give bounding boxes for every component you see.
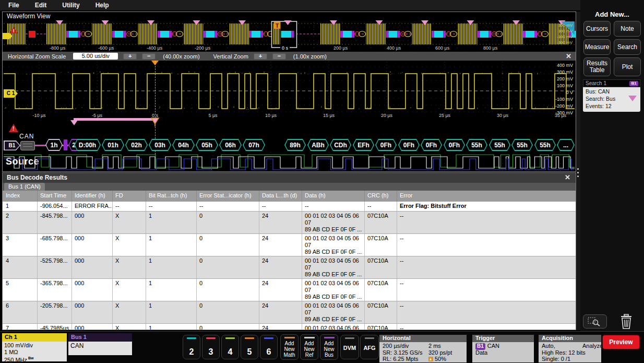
- column-header[interactable]: Data (h): [305, 192, 366, 198]
- search1-title: Search 1: [586, 80, 606, 86]
- horizontal-value2: 2 ms: [428, 343, 441, 349]
- column-header[interactable]: Data L...th (d): [262, 192, 304, 198]
- results-close-icon[interactable]: ✕: [565, 173, 570, 181]
- channel1-badge[interactable]: Ch 1 100 mV/div1 MΩ250 MHz Bw: [2, 333, 67, 361]
- column-separator: [397, 301, 397, 324]
- zoomed-waveform[interactable]: [3, 61, 576, 118]
- search1-card-body[interactable]: Bus: CANSearch: BusEvents: 12: [583, 87, 640, 112]
- table-cell: 5: [6, 280, 39, 301]
- trash-icon[interactable]: [619, 313, 634, 330]
- results-title-bar[interactable]: Bus Decode Results ✕: [3, 173, 576, 183]
- afg-button[interactable]: AFG: [360, 335, 379, 359]
- channel-3-button[interactable]: 3: [202, 335, 220, 359]
- bus-decode-results-panel: Bus Decode Results ✕ Bus 1 (CAN) IndexSt…: [2, 172, 576, 330]
- overview-time-label: -200 µs: [195, 45, 210, 51]
- results-tab-bus1-can[interactable]: Bus 1 (CAN): [4, 183, 45, 191]
- search-mark-icon[interactable]: [70, 120, 78, 125]
- add-new-title: Add New...: [580, 10, 644, 18]
- search1-card-header[interactable]: Search 1 B1: [583, 79, 640, 87]
- panel-divider[interactable]: [576, 11, 580, 330]
- menu-item-file[interactable]: File: [8, 1, 19, 10]
- channel-6-button[interactable]: 6: [260, 335, 278, 359]
- column-separator: [259, 324, 259, 330]
- column-header[interactable]: Start Time: [40, 192, 74, 198]
- h-zoom-plus-button[interactable]: +: [123, 53, 137, 60]
- column-separator: [397, 279, 397, 301]
- channel-2-button[interactable]: 2: [183, 335, 200, 359]
- bus-frame-EFh: EFh: [353, 139, 374, 151]
- table-row[interactable]: 7-45.7985µs000X102400 01 02 03 04 05 06 …: [3, 324, 576, 330]
- table-row[interactable]: 3-685.798...000X102400 01 02 03 04 05 06…: [3, 234, 576, 256]
- column-header[interactable]: Index: [6, 192, 39, 198]
- add-new-search-button[interactable]: Search: [614, 39, 641, 55]
- column-separator: [37, 234, 38, 256]
- selected-search-mark-icon[interactable]: [151, 118, 159, 127]
- table-row[interactable]: 2-845.798...000X102400 01 02 03 04 05 06…: [3, 212, 576, 234]
- table-cell: 24: [262, 235, 304, 256]
- overview-time-label: 0 s: [280, 45, 290, 51]
- table-row[interactable]: 6-205.798...000X102400 01 02 03 04 05 06…: [3, 301, 576, 324]
- add-new-results-table-button[interactable]: Results Table: [583, 57, 611, 76]
- channel-5-button[interactable]: 5: [241, 335, 258, 359]
- waveform-close-icon[interactable]: ✕: [566, 52, 571, 60]
- add-new-cursors-button[interactable]: Cursors: [583, 21, 611, 37]
- bus-grip-handle[interactable]: [20, 141, 35, 150]
- menu-item-edit[interactable]: Edit: [35, 1, 47, 10]
- column-separator: [71, 256, 72, 279]
- v-zoom-plus-button[interactable]: +: [254, 53, 267, 60]
- acquisition-panel[interactable]: Auto,AnalyzeHigh Res: 12 bitsSingle: 0 /…: [539, 342, 601, 362]
- dvm-button[interactable]: DVM: [340, 335, 359, 359]
- add-new-ref-footer-button[interactable]: Add New Ref: [300, 334, 318, 360]
- bus-frame-0Fh: 0Fh: [375, 139, 397, 151]
- table-cell: --: [199, 203, 261, 211]
- table-row[interactable]: 4-525.798...000X102400 01 02 03 04 05 06…: [3, 256, 576, 279]
- column-separator: [146, 279, 146, 301]
- acquisition-row: Auto,Analyze: [542, 343, 601, 349]
- button-top-dash: [345, 337, 354, 339]
- overview-volt-label: -300 mV: [557, 40, 573, 45]
- acquisition-value: High Res: 12 bits: [542, 349, 586, 356]
- add-new-math-footer-button[interactable]: Add New Math: [280, 334, 299, 360]
- column-header[interactable]: Identifier (h): [75, 192, 114, 198]
- search-mark-legend-icon: [628, 96, 637, 101]
- zoomed-volt-label: -100 mV: [555, 97, 573, 102]
- trigger-panel[interactable]: B1CANData: [472, 342, 534, 362]
- table-cell: 0: [199, 302, 261, 323]
- column-header[interactable]: CRC (h): [367, 192, 399, 198]
- table-cell: 1: [149, 235, 198, 256]
- channel-4-button[interactable]: 4: [221, 335, 239, 359]
- table-cell: --: [262, 203, 304, 211]
- table-cell: 0: [199, 213, 261, 233]
- bus-frame-89h: 89h: [284, 139, 306, 151]
- horizontal-zoom-scale-value[interactable]: 5.00 us/div: [73, 53, 118, 60]
- table-cell: 1: [149, 302, 198, 323]
- acquisition-panel-title: Acquisition: [539, 335, 601, 342]
- add-new-note-button[interactable]: Note: [614, 21, 641, 37]
- table-row[interactable]: 1-906.054...ERROR FRA...------------Erro…: [3, 202, 576, 212]
- zoom-mode-button[interactable]: [583, 314, 607, 329]
- column-header[interactable]: FD: [115, 192, 148, 198]
- column-header[interactable]: Error: [400, 192, 576, 198]
- menu-item-help[interactable]: Help: [96, 1, 109, 10]
- table-cell: 07C10A: [367, 213, 399, 233]
- v-zoom-minus-button[interactable]: −: [272, 53, 286, 60]
- bus1-badge[interactable]: B1: [4, 140, 20, 150]
- horizontal-panel[interactable]: 200 µs/div2 msSR: 3.125 GS/s320 ps/ptRL:…: [379, 342, 467, 362]
- table-row[interactable]: 5-365.798...000X102400 01 02 03 04 05 06…: [3, 279, 576, 301]
- bus1-footer-badge[interactable]: Bus 1 CAN: [68, 333, 132, 355]
- column-separator: [112, 301, 113, 324]
- column-header[interactable]: Bit Rat...tch (h): [149, 192, 198, 198]
- column-separator: [146, 212, 146, 234]
- bandwidth-icon: Bw: [27, 356, 33, 360]
- column-separator: [196, 279, 197, 301]
- column-separator: [302, 212, 302, 234]
- add-new-bus-footer-button[interactable]: Add New Bus: [320, 334, 338, 360]
- column-header[interactable]: Error Stat...icator (h): [199, 192, 261, 198]
- menu-item-utility[interactable]: Utility: [62, 1, 79, 10]
- column-separator: [112, 279, 113, 301]
- add-new-measure-button[interactable]: Measure: [583, 39, 611, 55]
- preview-button[interactable]: Preview: [603, 335, 639, 349]
- zoomed-volt-label: 0 V: [566, 90, 573, 95]
- h-zoom-minus-button[interactable]: −: [142, 53, 156, 60]
- add-new-plot-button[interactable]: Plot: [614, 57, 641, 76]
